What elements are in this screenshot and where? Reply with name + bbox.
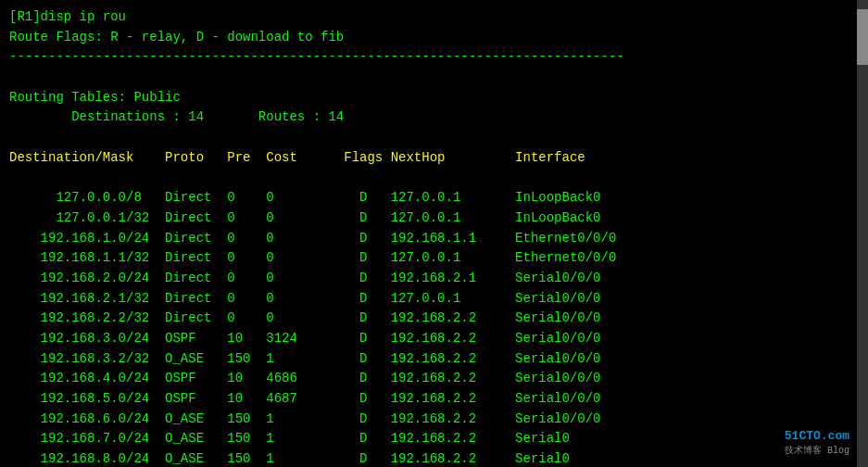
scrollbar[interactable]	[857, 0, 868, 467]
terminal-line: 192.168.2.1/32 Direct 0 0 D 127.0.0.1 Se…	[9, 289, 859, 309]
terminal-line: 127.0.0.1/32 Direct 0 0 D 127.0.0.1 InLo…	[9, 208, 859, 229]
terminal-line: 192.168.7.0/24 O_ASE 150 1 D 192.168.2.2…	[9, 429, 859, 449]
watermark: 51CTO.com 技术博客 Blog	[785, 428, 849, 458]
terminal-line: 127.0.0.0/8 Direct 0 0 D 127.0.0.1 InLoo…	[9, 188, 859, 208]
terminal-line: 192.168.4.0/24 OSPF 10 4686 D 192.168.2.…	[9, 369, 859, 389]
terminal-line: 192.168.3.0/24 OSPF 10 3124 D 192.168.2.…	[9, 329, 859, 349]
terminal-line: Destinations : 14 Routes : 14	[9, 107, 859, 128]
watermark-sub: 技术博客 Blog	[785, 445, 849, 458]
terminal-window: [R1]disp ip rouRoute Flags: R - relay, D…	[0, 0, 868, 467]
terminal-line: 192.168.5.0/24 OSPF 10 4687 D 192.168.2.…	[9, 389, 859, 410]
terminal-output: [R1]disp ip rouRoute Flags: R - relay, D…	[9, 7, 859, 467]
terminal-line: ----------------------------------------…	[9, 47, 859, 68]
scrollbar-thumb[interactable]	[857, 9, 868, 65]
terminal-line: Route Flags: R - relay, D - download to …	[9, 28, 859, 48]
terminal-line: 192.168.3.2/32 O_ASE 150 1 D 192.168.2.2…	[9, 349, 859, 370]
terminal-line: 192.168.1.0/24 Direct 0 0 D 192.168.1.1 …	[9, 229, 859, 249]
terminal-line: [R1]disp ip rou	[9, 7, 859, 28]
terminal-line	[9, 68, 859, 88]
watermark-site: 51CTO.com	[785, 428, 849, 445]
terminal-line	[9, 169, 859, 189]
terminal-line: 192.168.1.1/32 Direct 0 0 D 127.0.0.1 Et…	[9, 248, 859, 269]
terminal-line: Destination/Mask Proto Pre Cost Flags Ne…	[9, 148, 859, 169]
terminal-line: 192.168.2.2/32 Direct 0 0 D 192.168.2.2 …	[9, 309, 859, 329]
terminal-line	[9, 128, 859, 148]
terminal-line: 192.168.8.0/24 O_ASE 150 1 D 192.168.2.2…	[9, 449, 859, 467]
terminal-line: Routing Tables: Public	[9, 88, 859, 108]
terminal-line: 192.168.6.0/24 O_ASE 150 1 D 192.168.2.2…	[9, 410, 859, 430]
terminal-line: 192.168.2.0/24 Direct 0 0 D 192.168.2.1 …	[9, 269, 859, 289]
